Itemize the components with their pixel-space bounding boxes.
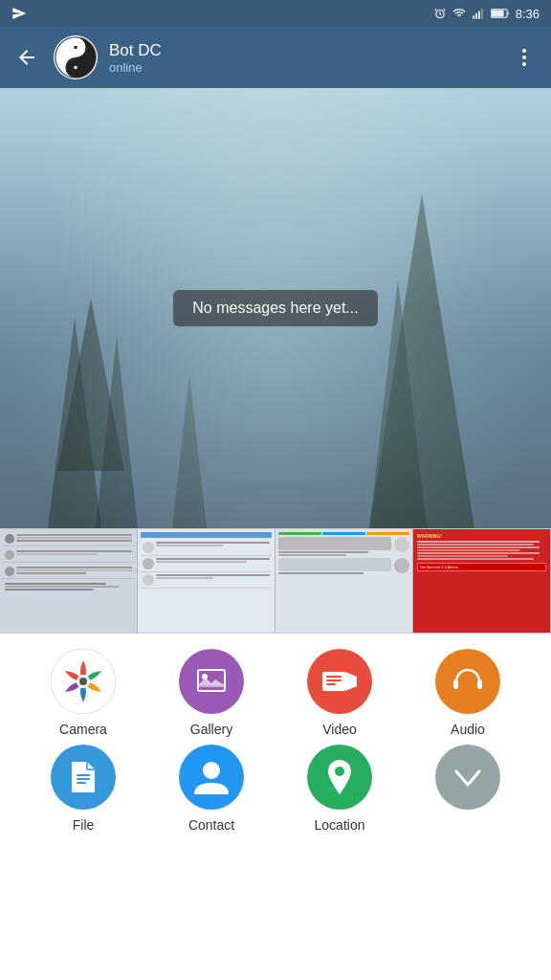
svg-point-11	[74, 66, 77, 70]
svg-rect-32	[77, 778, 90, 780]
back-button[interactable]	[8, 38, 46, 77]
svg-point-18	[179, 649, 244, 714]
svg-point-37	[335, 767, 344, 776]
signal-icon	[472, 7, 485, 20]
contact-info: Bot DC online	[105, 41, 497, 75]
location-icon	[307, 745, 372, 810]
svg-rect-26	[326, 683, 336, 685]
video-icon	[307, 649, 372, 714]
svg-point-12	[522, 49, 526, 53]
svg-rect-4	[481, 9, 483, 18]
screenshot-strip: WARNING! Get Android 4.4 Admin...	[0, 528, 551, 634]
attach-row-1: Camera Gallery Video	[0, 649, 551, 737]
svg-rect-3	[478, 11, 480, 19]
gallery-icon	[179, 649, 244, 714]
status-left	[11, 6, 27, 21]
screenshot-thumb-3[interactable]	[276, 529, 413, 633]
empty-chat-message: No messages here yet...	[173, 290, 377, 326]
video-button[interactable]: Video	[292, 649, 387, 737]
attach-row-2: File Contact Location	[0, 745, 551, 833]
contact-status: online	[109, 60, 497, 75]
svg-rect-29	[477, 679, 482, 689]
gallery-label: Gallery	[190, 722, 232, 737]
svg-rect-28	[453, 679, 458, 689]
audio-icon	[435, 649, 500, 714]
file-icon	[51, 745, 116, 810]
contact-label: Contact	[188, 817, 234, 833]
svg-point-17	[79, 678, 87, 685]
svg-rect-25	[326, 679, 342, 681]
svg-point-10	[74, 46, 77, 50]
file-button[interactable]: File	[35, 745, 131, 833]
svg-point-35	[203, 762, 220, 779]
battery-icon	[491, 8, 510, 19]
contact-icon	[179, 745, 244, 810]
chat-area: No messages here yet...	[0, 88, 551, 528]
svg-point-14	[522, 62, 526, 66]
svg-rect-24	[326, 676, 342, 678]
svg-rect-31	[77, 774, 90, 776]
svg-point-13	[522, 56, 526, 59]
alarm-icon	[433, 7, 447, 20]
audio-label: Audio	[451, 722, 485, 737]
status-bar: 8:36	[0, 0, 551, 27]
contact-button[interactable]: Contact	[164, 745, 259, 833]
location-label: Location	[315, 817, 365, 833]
gallery-button[interactable]: Gallery	[164, 649, 259, 737]
svg-point-27	[435, 649, 500, 714]
svg-point-38	[435, 745, 500, 810]
screenshot-thumb-2[interactable]	[138, 529, 276, 633]
status-right: 8:36	[433, 7, 540, 21]
camera-label: Camera	[59, 722, 107, 737]
avatar	[54, 35, 98, 79]
camera-button[interactable]: Camera	[35, 649, 131, 737]
screenshot-thumb-1[interactable]	[0, 529, 138, 633]
file-label: File	[73, 817, 95, 833]
telegram-icon	[11, 6, 27, 21]
contact-name: Bot DC	[109, 41, 497, 60]
screenshot-thumb-4[interactable]: WARNING! Get Android 4.4 Admin...	[413, 529, 551, 633]
location-button[interactable]: Location	[292, 745, 387, 833]
wifi-icon	[452, 7, 466, 20]
more-attach-button[interactable]	[420, 745, 516, 833]
svg-rect-33	[77, 782, 86, 784]
svg-rect-6	[491, 10, 503, 16]
svg-rect-2	[475, 13, 477, 19]
status-time: 8:36	[516, 7, 540, 21]
more-attach-icon	[435, 745, 500, 810]
video-label: Video	[322, 722, 357, 737]
svg-rect-1	[473, 15, 474, 19]
camera-icon	[51, 649, 116, 714]
app-bar: Bot DC online	[0, 27, 551, 88]
more-button[interactable]	[505, 38, 543, 77]
audio-button[interactable]: Audio	[420, 649, 516, 737]
attachment-menu: Camera Gallery Video	[0, 634, 551, 848]
